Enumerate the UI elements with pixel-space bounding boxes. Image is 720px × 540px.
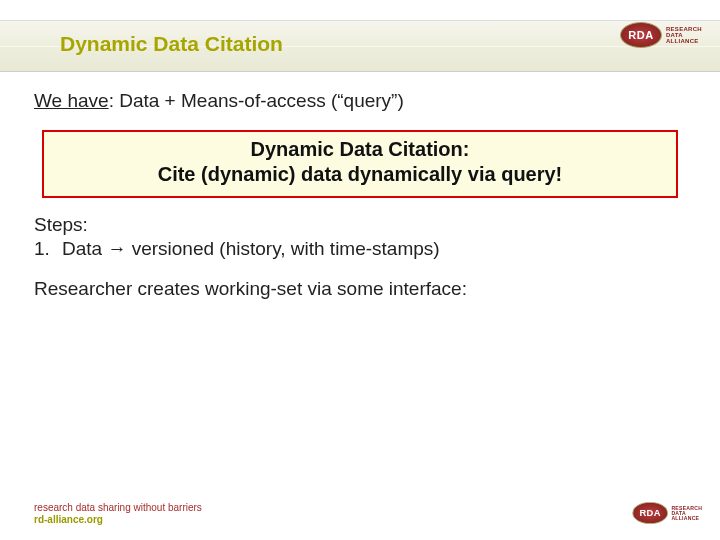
footer-left: research data sharing without barriers r…	[34, 502, 202, 526]
rda-logo-text: RESEARCH DATA ALLIANCE	[671, 505, 702, 520]
steps-heading: Steps:	[34, 214, 686, 236]
we-have-rest: : Data + Means-of-access (“query”)	[109, 90, 404, 111]
rda-logo-oval-icon: RDA	[620, 22, 662, 48]
step-number: 1.	[34, 238, 62, 260]
researcher-line: Researcher creates working-set via some …	[34, 278, 686, 300]
rda-logo-bottom: RDA RESEARCH DATA ALLIANCE	[632, 502, 702, 524]
rda-logo-line3: ALLIANCE	[671, 516, 702, 521]
rda-logo-oval-icon: RDA	[632, 502, 668, 524]
rda-logo-text: RESEARCH DATA ALLIANCE	[666, 26, 702, 44]
rda-logo-line3: ALLIANCE	[666, 38, 702, 44]
step-text: Data → versioned (history, with time-sta…	[62, 238, 440, 259]
we-have-prefix: We have	[34, 90, 109, 111]
we-have-line: We have: Data + Means-of-access (“query”…	[34, 90, 686, 112]
step-item: 1.Data → versioned (history, with time-s…	[34, 238, 686, 260]
rda-logo-top: RDA RESEARCH DATA ALLIANCE	[620, 22, 702, 48]
footer-url: rd-alliance.org	[34, 514, 202, 526]
steps-list: 1.Data → versioned (history, with time-s…	[34, 238, 686, 260]
callout-box: Dynamic Data Citation: Cite (dynamic) da…	[42, 130, 678, 198]
page-title: Dynamic Data Citation	[60, 32, 283, 56]
callout-line2: Cite (dynamic) data dynamically via quer…	[54, 163, 666, 186]
callout-line1: Dynamic Data Citation:	[54, 138, 666, 161]
footer-tagline: research data sharing without barriers	[34, 502, 202, 514]
